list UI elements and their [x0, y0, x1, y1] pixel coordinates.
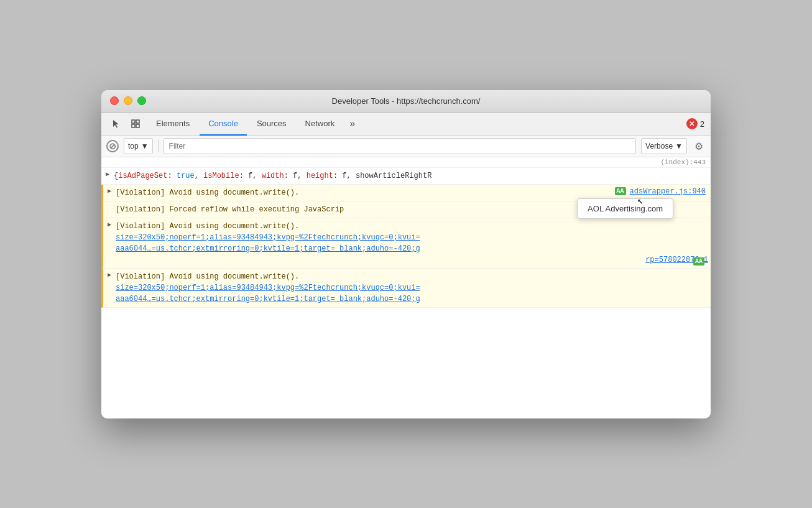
minimize-button[interactable]: [124, 96, 132, 105]
cursor-tool-icon[interactable]: [108, 116, 124, 132]
svg-rect-0: [132, 120, 135, 123]
context-select[interactable]: top ▼: [124, 138, 153, 154]
clear-console-button[interactable]: ⊘: [106, 140, 119, 152]
row-text: [Violation] Avoid using document.write()…: [116, 270, 711, 306]
console-toolbar: ⊘ top ▼ Verbose ▼ ⚙: [101, 136, 711, 157]
toolbar-divider: [158, 140, 159, 152]
settings-icon[interactable]: ⚙: [692, 139, 706, 153]
aa-badge: AA: [615, 187, 626, 195]
index-reference: (index):443: [101, 157, 711, 168]
context-label: top: [128, 142, 139, 150]
row-text: {isAdPageSet: true, isMobile: f, width: …: [114, 169, 711, 183]
row-text: [Violation] Avoid using document.write()…: [116, 219, 711, 267]
console-row-violation-2: ▶ [Violation] Avoid using document.write…: [101, 218, 711, 269]
title-bar: Developer Tools - https://techcrunch.com…: [101, 90, 711, 113]
row-expander[interactable]: ▶: [101, 169, 114, 178]
error-icon: ✕: [686, 118, 698, 129]
row-right: AA adsWrapper.js:940: [614, 186, 711, 196]
devtools-window: Developer Tools - https://techcrunch.com…: [101, 90, 711, 418]
inspect-icon[interactable]: [127, 116, 144, 132]
svg-rect-3: [136, 124, 139, 127]
cursor-arrow: ↖: [637, 195, 644, 207]
row-expander[interactable]: ▶: [103, 186, 116, 195]
error-count: 2: [700, 119, 704, 129]
console-row: ▶ {isAdPageSet: true, isMobile: f, width…: [101, 168, 711, 185]
tabs: Elements Console Sources Network »: [147, 112, 683, 136]
row-expander: ▶: [103, 203, 116, 211]
console-row-violation-3: ▶ [Violation] Avoid using document.write…: [101, 269, 711, 308]
tab-elements[interactable]: Elements: [147, 112, 198, 136]
log-level-select[interactable]: Verbose ▼: [641, 138, 687, 154]
aa-tooltip: AOL Advertising.com: [577, 198, 673, 219]
aa-badge-bottom: AA: [693, 257, 704, 266]
window-controls: [110, 96, 146, 105]
log-level-chevron: ▼: [675, 142, 683, 150]
tab-sources[interactable]: Sources: [248, 112, 295, 136]
console-output: (index):443 ▶ {isAdPageSet: true, isMobi…: [101, 157, 711, 418]
toolbar-right: ✕ 2: [686, 118, 704, 129]
svg-rect-1: [136, 120, 139, 123]
tab-bar: Elements Console Sources Network » ✕ 2: [101, 113, 711, 136]
svg-rect-2: [132, 124, 135, 127]
error-badge: ✕ 2: [686, 118, 704, 129]
close-button[interactable]: [110, 96, 119, 105]
tab-network[interactable]: Network: [297, 112, 344, 136]
filter-input[interactable]: [164, 138, 636, 154]
context-chevron: ▼: [141, 142, 149, 150]
row-expander[interactable]: ▶: [103, 219, 116, 228]
console-row-violation-1: ▶ [Violation] Avoid using document.write…: [101, 185, 711, 201]
row-text: [Violation] Avoid using document.write()…: [116, 186, 614, 200]
more-tabs-button[interactable]: »: [344, 116, 360, 132]
row-expander[interactable]: ▶: [103, 270, 116, 279]
maximize-button[interactable]: [137, 96, 146, 105]
tab-console[interactable]: Console: [200, 112, 247, 136]
log-level-label: Verbose: [645, 142, 673, 150]
window-title: Developer Tools - https://techcrunch.com…: [332, 96, 481, 106]
